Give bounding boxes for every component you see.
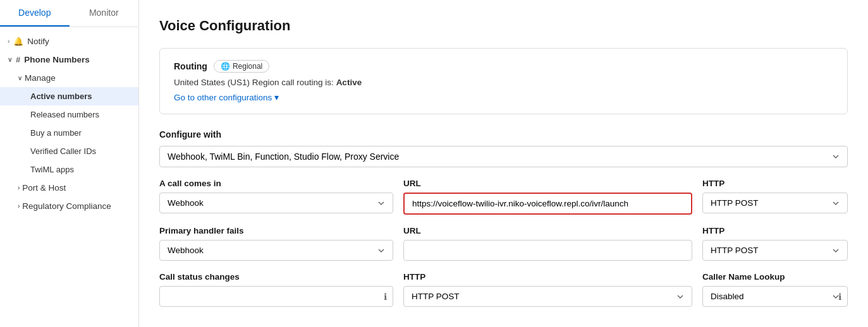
regulatory-chevron-icon: ›: [18, 203, 20, 210]
primary-handler-url-input[interactable]: [403, 240, 692, 261]
call-status-input-wrap: ℹ: [159, 286, 393, 307]
call-comes-in-url-col: URL: [403, 179, 692, 215]
sidebar-nav: › 🔔 Notify ∨ # Phone Numbers ∨ Manage Ac…: [0, 27, 138, 327]
primary-handler-http-label: HTTP: [702, 226, 848, 235]
chevron-down-icon: ∨: [8, 56, 12, 63]
primary-handler-col: Primary handler fails Webhook: [159, 226, 393, 261]
hash-icon: #: [16, 55, 20, 64]
bell-icon: 🔔: [13, 37, 23, 46]
sidebar-item-regulatory[interactable]: › Regulatory Compliance: [0, 197, 138, 215]
configure-with-section: Configure with Webhook, TwiML Bin, Funct…: [159, 129, 848, 167]
sidebar-item-active-numbers[interactable]: Active numbers: [0, 87, 138, 105]
globe-icon: 🌐: [221, 62, 230, 71]
port-host-chevron-icon: ›: [18, 184, 20, 191]
caller-name-col: Caller Name Lookup Disabled ℹ: [702, 272, 848, 307]
routing-card: Routing 🌐 Regional United States (US1) R…: [159, 48, 848, 114]
sidebar-item-phone-numbers-label: Phone Numbers: [24, 55, 90, 64]
primary-handler-http-col: HTTP HTTP POST: [702, 226, 848, 261]
routing-description: United States (US1) Region call routing …: [174, 78, 833, 87]
call-comes-in-select[interactable]: Webhook: [159, 193, 393, 213]
sidebar-tabs: Develop Monitor: [0, 0, 138, 27]
tab-monitor[interactable]: Monitor: [70, 0, 139, 27]
call-comes-in-row: A call comes in Webhook URL HTTP HTTP PO…: [159, 179, 848, 215]
sidebar-item-manage[interactable]: ∨ Manage: [0, 69, 138, 87]
configure-with-select[interactable]: Webhook, TwiML Bin, Function, Studio Flo…: [159, 146, 848, 167]
call-status-http-label: HTTP: [403, 272, 692, 282]
call-status-input[interactable]: [159, 286, 393, 307]
primary-handler-url-label: URL: [403, 226, 692, 235]
call-comes-in-label: A call comes in: [159, 179, 393, 188]
call-comes-in-col: A call comes in Webhook: [159, 179, 393, 213]
sidebar-item-buy-number[interactable]: Buy a number: [0, 124, 138, 142]
call-status-row: Call status changes ℹ HTTP HTTP POST Cal…: [159, 272, 848, 307]
sidebar-item-twiml-apps[interactable]: TwiML apps: [0, 160, 138, 179]
routing-label: Routing: [174, 61, 207, 71]
call-comes-in-http-col: HTTP HTTP POST: [702, 179, 848, 213]
caller-name-select[interactable]: Disabled: [702, 286, 848, 307]
sidebar-item-verified-caller[interactable]: Verified Caller IDs: [0, 142, 138, 160]
routing-badge[interactable]: 🌐 Regional: [214, 60, 269, 73]
tab-develop[interactable]: Develop: [0, 0, 70, 27]
primary-handler-url-col: URL: [403, 226, 692, 261]
primary-handler-row: Primary handler fails Webhook URL HTTP H…: [159, 226, 848, 261]
caller-name-label: Caller Name Lookup: [702, 272, 848, 282]
page-title: Voice Configuration: [159, 18, 848, 34]
call-comes-in-http-label: HTTP: [702, 179, 848, 188]
caller-name-select-wrap: Disabled ℹ: [702, 286, 848, 307]
sidebar-item-released-numbers[interactable]: Released numbers: [0, 105, 138, 124]
routing-link-chevron: ▾: [274, 92, 279, 102]
call-status-col: Call status changes ℹ: [159, 272, 393, 307]
caller-name-info-icon[interactable]: ℹ: [838, 292, 841, 302]
chevron-right-icon: ›: [8, 38, 9, 45]
routing-badge-text: Regional: [233, 62, 262, 71]
routing-header: Routing 🌐 Regional: [174, 60, 833, 73]
configure-with-label: Configure with: [159, 129, 848, 140]
sidebar-item-notify[interactable]: › 🔔 Notify: [0, 32, 138, 51]
call-status-http-select[interactable]: HTTP POST: [403, 286, 692, 307]
sidebar-item-notify-label: Notify: [27, 37, 49, 46]
call-comes-in-http-select[interactable]: HTTP POST: [702, 193, 848, 213]
call-status-label: Call status changes: [159, 272, 393, 282]
main-content: Voice Configuration Routing 🌐 Regional U…: [139, 0, 868, 327]
sidebar-item-manage-label: Manage: [25, 73, 56, 83]
call-comes-in-url-label: URL: [403, 179, 692, 188]
primary-handler-label: Primary handler fails: [159, 226, 393, 235]
sidebar: Develop Monitor › 🔔 Notify ∨ # Phone Num…: [0, 0, 139, 327]
primary-handler-http-select[interactable]: HTTP POST: [702, 240, 848, 261]
sidebar-item-phone-numbers[interactable]: ∨ # Phone Numbers: [0, 51, 138, 69]
call-status-http-col: HTTP HTTP POST: [403, 272, 692, 307]
call-status-http-select-wrap: HTTP POST: [403, 286, 692, 307]
routing-link[interactable]: Go to other configurations ▾: [174, 92, 833, 102]
primary-handler-select[interactable]: Webhook: [159, 240, 393, 261]
call-comes-in-url-input[interactable]: [403, 193, 692, 215]
manage-chevron-icon: ∨: [18, 74, 22, 81]
sidebar-item-port-host[interactable]: › Port & Host: [0, 179, 138, 197]
call-status-info-icon[interactable]: ℹ: [384, 292, 387, 302]
